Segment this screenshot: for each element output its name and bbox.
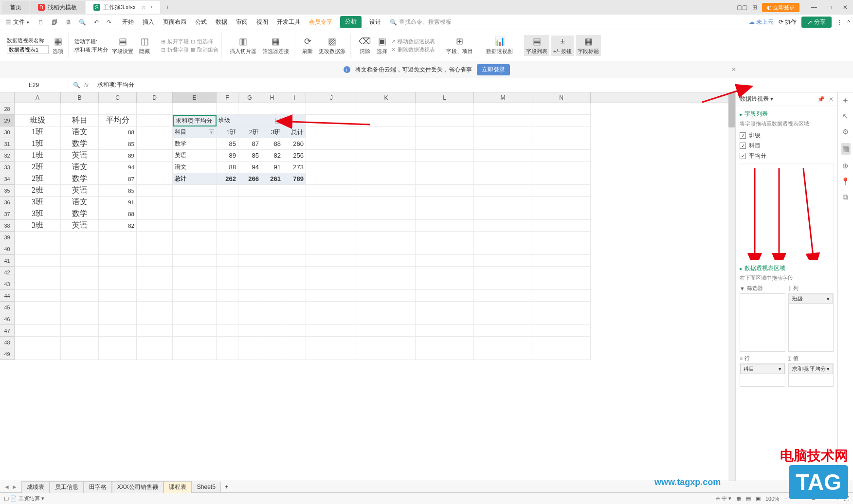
cell[interactable] (283, 255, 306, 267)
cell[interactable] (532, 290, 591, 302)
cell[interactable] (61, 278, 99, 290)
cell[interactable] (357, 255, 416, 267)
cell[interactable]: 1班 (217, 126, 238, 138)
cell[interactable] (532, 325, 591, 337)
row-header[interactable]: 39 (0, 232, 15, 243)
cell[interactable] (137, 138, 173, 150)
maximize-icon[interactable]: □ (824, 4, 835, 11)
cell[interactable] (474, 162, 532, 173)
cell[interactable]: 273 (283, 162, 306, 173)
cell[interactable] (306, 255, 357, 267)
cell[interactable] (61, 267, 99, 278)
cell[interactable] (416, 173, 474, 185)
cell[interactable] (416, 348, 474, 360)
cell[interactable] (283, 278, 306, 290)
cell[interactable] (15, 103, 61, 115)
cell[interactable] (416, 185, 474, 197)
cell[interactable] (283, 267, 306, 278)
properties-icon[interactable]: ⚙ (842, 127, 849, 136)
cell[interactable] (474, 126, 532, 138)
tab-home[interactable]: 首页 (2, 1, 29, 14)
col-header[interactable]: C (99, 92, 137, 103)
cell[interactable] (357, 232, 416, 243)
cell[interactable]: 91 (261, 162, 283, 173)
cell[interactable]: 260 (283, 138, 306, 150)
field-list-button[interactable]: ▤字段列表 (524, 35, 549, 56)
cell[interactable] (357, 267, 416, 278)
cell[interactable] (306, 185, 357, 197)
tab-add-button[interactable]: + (161, 2, 174, 13)
preview-icon[interactable]: 🔍 (77, 18, 88, 27)
sheet-tab[interactable]: 成绩表 (21, 481, 50, 493)
cell[interactable] (474, 290, 532, 302)
row-header[interactable]: 36 (0, 197, 15, 208)
cell[interactable] (532, 103, 591, 115)
cell[interactable] (283, 103, 306, 115)
cell[interactable] (283, 115, 306, 126)
cell[interactable] (99, 103, 137, 115)
cell[interactable]: 3班 (261, 126, 283, 138)
cell[interactable] (474, 197, 532, 208)
menu-review[interactable]: 审阅 (235, 16, 249, 28)
cell[interactable] (99, 348, 137, 360)
cell[interactable] (217, 255, 238, 267)
cell[interactable] (283, 243, 306, 255)
cell[interactable] (61, 337, 99, 348)
cell[interactable] (357, 197, 416, 208)
cell[interactable] (137, 185, 173, 197)
cell[interactable]: 82 (99, 220, 137, 232)
cell[interactable] (99, 290, 137, 302)
cell[interactable]: 数学 (173, 138, 217, 150)
cell[interactable]: 语文 (173, 162, 217, 173)
add-sheet-icon[interactable]: + (221, 484, 232, 490)
cell[interactable]: 261 (261, 173, 283, 185)
cell[interactable] (416, 290, 474, 302)
cell[interactable] (532, 138, 591, 150)
cell[interactable] (238, 255, 261, 267)
cell[interactable] (217, 208, 238, 220)
cell[interactable] (238, 302, 261, 313)
cell[interactable]: 88 (261, 138, 283, 150)
login-button[interactable]: ◐ 立即登录 (762, 3, 799, 12)
menu-vip[interactable]: 会员专享 (308, 16, 333, 28)
cell[interactable] (137, 337, 173, 348)
cell[interactable] (238, 103, 261, 115)
check-avg[interactable]: ✓平均分 (740, 151, 834, 161)
status-left[interactable]: ▢ 📄 工资结算 ▾ (4, 495, 44, 502)
row-header[interactable]: 45 (0, 302, 15, 313)
cell[interactable] (283, 337, 306, 348)
cell[interactable] (532, 337, 591, 348)
cell[interactable]: 85 (99, 185, 137, 197)
cell[interactable] (173, 185, 217, 197)
cell[interactable] (217, 348, 238, 360)
cell[interactable] (416, 232, 474, 243)
cell[interactable] (357, 243, 416, 255)
sheet-tab[interactable]: 员工信息 (50, 481, 84, 493)
menu-start[interactable]: 开始 (121, 16, 135, 28)
col-header[interactable]: F (217, 92, 238, 103)
check-class[interactable]: ✓班级 (740, 130, 834, 141)
cell[interactable] (137, 313, 173, 325)
cell[interactable] (474, 185, 532, 197)
undo-icon[interactable]: ↶ (92, 18, 101, 27)
cell[interactable] (238, 267, 261, 278)
cells-area[interactable]: 班级科目平均分求和项:平均分班级▾1班语文88科目▾1班2班3班总计1班数学85… (15, 103, 591, 360)
cell[interactable] (532, 267, 591, 278)
cell[interactable]: 85 (99, 138, 137, 150)
cell[interactable]: 94 (238, 162, 261, 173)
cell[interactable] (61, 325, 99, 337)
cell[interactable] (532, 197, 591, 208)
cell[interactable]: 科目▾ (173, 126, 217, 138)
sheet-tab[interactable]: 田字格 (84, 481, 112, 493)
file-menu[interactable]: ☰ 文件 ▾ (3, 17, 32, 27)
cell[interactable]: 2班 (15, 173, 61, 185)
cell[interactable] (99, 325, 137, 337)
cell[interactable] (474, 243, 532, 255)
group-select[interactable]: ⊡ 组选择 (191, 38, 218, 45)
cell[interactable] (532, 115, 591, 126)
cell[interactable] (217, 243, 238, 255)
filter-conn-button[interactable]: ▦筛选器连接 (260, 35, 291, 56)
val-zone[interactable]: 求和项:平均分▾ (788, 363, 834, 387)
cell[interactable] (61, 232, 99, 243)
panel-close-icon[interactable]: ✕ (829, 96, 834, 103)
